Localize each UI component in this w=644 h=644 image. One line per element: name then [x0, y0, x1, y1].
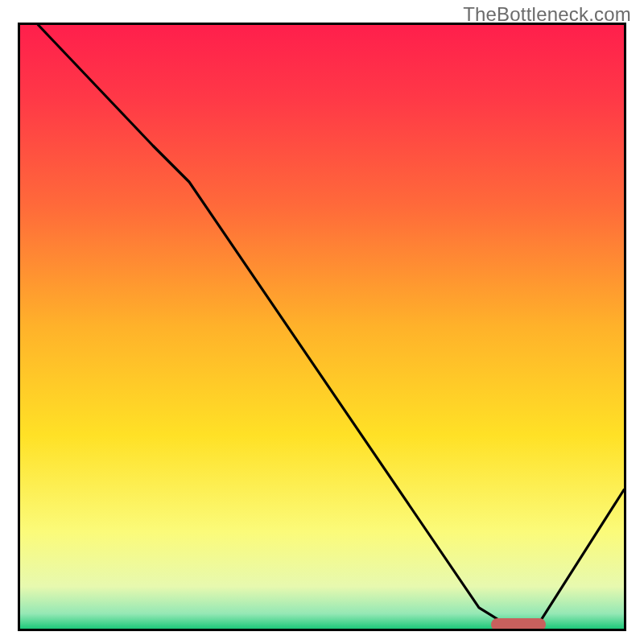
chart-container: TheBottleneck.com	[0, 0, 644, 644]
watermark-text: TheBottleneck.com	[463, 3, 631, 26]
bottleneck-optimal-range-marker	[491, 618, 546, 631]
chart-curve-layer	[20, 25, 624, 629]
bottleneck-curve	[39, 25, 625, 623]
